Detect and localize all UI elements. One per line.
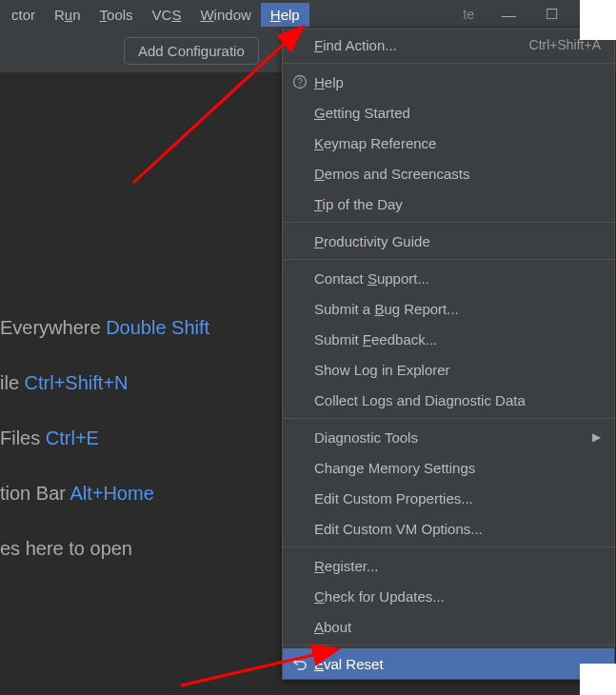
- welcome-line-recent-files: Files Ctrl+E: [0, 425, 282, 451]
- menu-item-label: Show Log in Explorer: [314, 362, 601, 378]
- welcome-line-search-everywhere: Everywhere Double Shift: [0, 314, 282, 341]
- menu-item[interactable]: Getting Started: [283, 97, 614, 128]
- menu-separator: [283, 418, 614, 419]
- welcome-line-nav-bar: tion Bar Alt+Home: [0, 480, 282, 506]
- menu-item[interactable]: Submit a Bug Report...: [283, 293, 614, 324]
- shortcut-alt-home: Alt+Home: [70, 483, 153, 504]
- menu-item-label: Demos and Screencasts: [314, 166, 601, 182]
- menu-item-label: Change Memory Settings: [314, 460, 601, 476]
- menu-item-label: About: [314, 619, 601, 635]
- menu-item[interactable]: Demos and Screencasts: [283, 158, 614, 189]
- menu-item-label: Edit Custom VM Options...: [314, 521, 601, 537]
- shortcut-ctrl-e: Ctrl+E: [46, 427, 99, 448]
- menu-item-label: Productivity Guide: [314, 233, 601, 249]
- menu-item[interactable]: Eval Reset: [283, 648, 614, 679]
- menu-item[interactable]: Submit Feedback...: [283, 324, 614, 354]
- welcome-shortcuts: Everywhere Double Shift ile Ctrl+Shift+N…: [0, 314, 282, 590]
- menu-separator: [283, 645, 614, 645]
- menubar-item[interactable]: ctor: [2, 3, 45, 27]
- question-icon: ?: [292, 74, 314, 89]
- menu-item-label: Submit a Bug Report...: [314, 301, 601, 317]
- welcome-line-goto-file: ile Ctrl+Shift+N: [0, 369, 282, 396]
- menu-item[interactable]: Diagnostic Tools▶: [283, 422, 614, 452]
- menu-item[interactable]: Edit Custom Properties...: [283, 483, 614, 513]
- crop-strip-top: [580, 0, 616, 40]
- menubar: ctorRunToolsVCSWindowHelpte—☐✕: [0, 0, 616, 29]
- menu-item-label: Contact Support...: [314, 270, 601, 287]
- menu-item[interactable]: Change Memory Settings: [283, 452, 614, 483]
- menu-item[interactable]: Check for Updates...: [283, 581, 614, 611]
- help-menu: Find Action...Ctrl+Shift+A?HelpGetting S…: [282, 29, 615, 680]
- menu-separator: [283, 546, 614, 547]
- shortcut-ctrl-shift-n: Ctrl+Shift+N: [25, 372, 129, 393]
- menubar-item[interactable]: Window: [190, 3, 260, 27]
- menu-item-label: Register...: [314, 558, 601, 574]
- chevron-right-icon: ▶: [592, 430, 601, 444]
- menu-item[interactable]: About: [283, 611, 614, 642]
- menu-item[interactable]: Edit Custom VM Options...: [283, 513, 614, 544]
- window-title: te: [449, 7, 487, 22]
- maximize-button[interactable]: ☐: [530, 0, 573, 29]
- welcome-line-drop-files: es here to open: [0, 535, 282, 562]
- menu-item[interactable]: Find Action...Ctrl+Shift+A: [283, 30, 614, 60]
- menu-item[interactable]: Keymap Reference: [283, 128, 614, 158]
- undo-icon: [292, 656, 314, 671]
- menubar-item[interactable]: Tools: [90, 3, 143, 27]
- shortcut-double-shift: Double Shift: [106, 317, 209, 338]
- menu-item-label: Submit Feedback...: [314, 331, 601, 348]
- menu-item[interactable]: Show Log in Explorer: [283, 354, 614, 385]
- menu-item[interactable]: Contact Support...: [283, 263, 614, 293]
- menu-item-label: Getting Started: [314, 105, 601, 121]
- menu-separator: [283, 63, 614, 64]
- menu-item[interactable]: Tip of the Day: [283, 189, 614, 219]
- menubar-item[interactable]: Run: [45, 3, 90, 27]
- menu-item-label: Diagnostic Tools: [314, 429, 592, 446]
- menu-item[interactable]: Collect Logs and Diagnostic Data: [283, 385, 614, 415]
- menubar-item[interactable]: Help: [261, 3, 309, 27]
- crop-strip-bottom: [580, 664, 616, 695]
- menu-item-label: Eval Reset: [314, 656, 601, 672]
- menu-item[interactable]: ?Help: [283, 67, 614, 97]
- add-configuration-button[interactable]: Add Configuratio: [124, 37, 259, 65]
- minimize-button[interactable]: —: [487, 0, 530, 29]
- menu-item-label: Help: [314, 74, 601, 90]
- menu-separator: [283, 259, 614, 260]
- menu-item[interactable]: Productivity Guide: [283, 226, 614, 256]
- menu-item-label: Tip of the Day: [314, 196, 601, 212]
- svg-text:?: ?: [297, 77, 303, 88]
- menu-separator: [283, 222, 614, 223]
- menu-item-label: Check for Updates...: [314, 588, 601, 605]
- menubar-item[interactable]: VCS: [143, 3, 191, 27]
- menu-item-label: Edit Custom Properties...: [314, 490, 601, 506]
- menu-item[interactable]: Register...: [283, 550, 614, 581]
- menu-item-label: Collect Logs and Diagnostic Data: [314, 392, 601, 408]
- menu-item-label: Keymap Reference: [314, 135, 601, 151]
- menu-item-label: Find Action...: [314, 37, 529, 53]
